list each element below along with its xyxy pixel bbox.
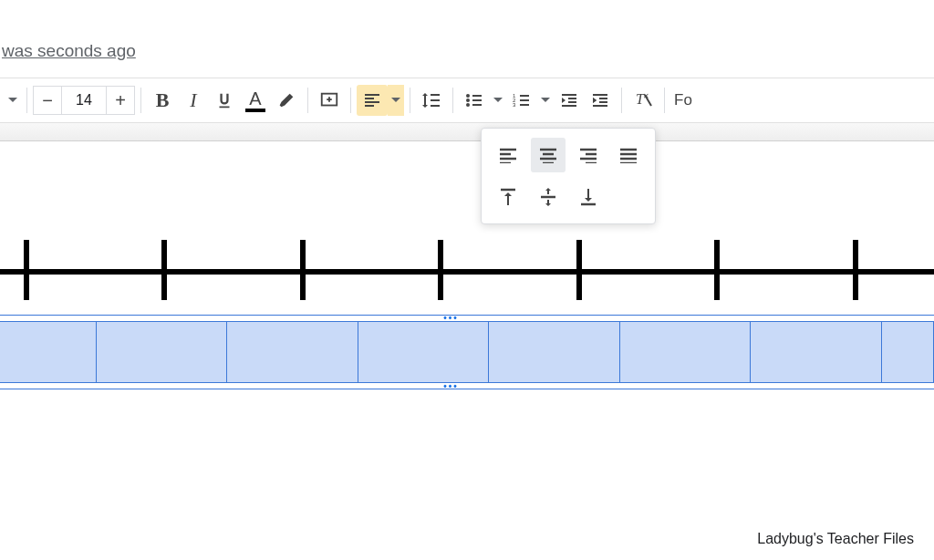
- separator: [621, 88, 622, 113]
- align-bottom-button[interactable]: [571, 180, 606, 214]
- toolbar: − + B I A: [0, 78, 934, 123]
- svg-point-11: [466, 99, 470, 102]
- ruler: [0, 123, 934, 141]
- align-top-button[interactable]: [491, 180, 525, 214]
- alignment-popup: [481, 128, 656, 224]
- number-line-tick: [576, 240, 582, 300]
- align-dropdown-arrow[interactable]: [388, 85, 404, 116]
- separator: [350, 88, 351, 113]
- table-cell[interactable]: [358, 321, 489, 383]
- decrease-indent-button[interactable]: [554, 85, 585, 116]
- italic-button[interactable]: I: [178, 85, 209, 116]
- separator: [140, 88, 141, 113]
- svg-point-10: [466, 94, 470, 98]
- table-cell[interactable]: [489, 321, 619, 383]
- table-cell[interactable]: [0, 321, 97, 383]
- svg-point-12: [466, 103, 470, 107]
- increase-indent-button[interactable]: [585, 85, 616, 116]
- table-cell[interactable]: [97, 321, 227, 383]
- bold-button[interactable]: B: [147, 85, 178, 116]
- separator: [664, 88, 665, 113]
- align-justify-button[interactable]: [611, 138, 646, 172]
- table-cell[interactable]: [882, 321, 934, 383]
- number-line-axis: [0, 269, 934, 275]
- bulleted-list-button[interactable]: [459, 85, 490, 116]
- separator: [410, 88, 410, 113]
- drag-handle-bottom[interactable]: •••: [443, 381, 459, 391]
- number-line-tick: [300, 240, 306, 300]
- highlight-button[interactable]: [271, 85, 302, 116]
- align-center-button[interactable]: [531, 138, 566, 172]
- svg-text:✕: ✕: [643, 92, 649, 100]
- align-right-button[interactable]: [571, 138, 606, 172]
- drag-handle-top[interactable]: •••: [443, 313, 459, 323]
- align-left-button[interactable]: [491, 138, 525, 172]
- table-cell[interactable]: [620, 321, 751, 383]
- number-line-tick: [714, 240, 720, 300]
- svg-text:3: 3: [513, 102, 516, 108]
- table-cell[interactable]: [227, 321, 358, 383]
- align-middle-button[interactable]: [531, 180, 566, 214]
- table[interactable]: ••• •••: [0, 315, 934, 389]
- text-color-bar: [245, 109, 265, 112]
- numbered-list-button[interactable]: 123: [506, 85, 537, 116]
- font-size-input[interactable]: [62, 86, 106, 115]
- font-family-dropdown-arrow[interactable]: [5, 85, 21, 116]
- table-row: [0, 321, 934, 383]
- table-cell[interactable]: [751, 321, 881, 383]
- save-status[interactable]: was seconds ago: [0, 41, 136, 61]
- insert-comment-button[interactable]: [314, 85, 345, 116]
- increase-font-button[interactable]: +: [106, 86, 135, 115]
- number-line-tick: [24, 240, 29, 300]
- numbered-list-dropdown-arrow[interactable]: [537, 85, 554, 116]
- separator: [452, 88, 453, 113]
- decrease-font-button[interactable]: −: [33, 86, 62, 115]
- text-color-a-icon: A: [249, 89, 261, 108]
- clear-formatting-button[interactable]: T✕: [628, 85, 659, 116]
- number-line: [0, 240, 934, 304]
- separator: [307, 88, 308, 113]
- font-size-controls: − +: [33, 78, 135, 122]
- watermark: Ladybug's Teacher Files: [757, 531, 914, 547]
- line-spacing-button[interactable]: [416, 85, 447, 116]
- number-line-tick: [853, 240, 858, 300]
- font-picker-partial[interactable]: Fo: [670, 91, 692, 109]
- text-color-button[interactable]: A: [240, 85, 271, 116]
- number-line-tick: [161, 240, 167, 300]
- bulleted-list-dropdown-arrow[interactable]: [490, 85, 506, 116]
- separator: [26, 88, 27, 113]
- number-line-tick: [438, 240, 443, 300]
- horizontal-align-button[interactable]: [357, 85, 388, 116]
- underline-button[interactable]: [209, 85, 240, 116]
